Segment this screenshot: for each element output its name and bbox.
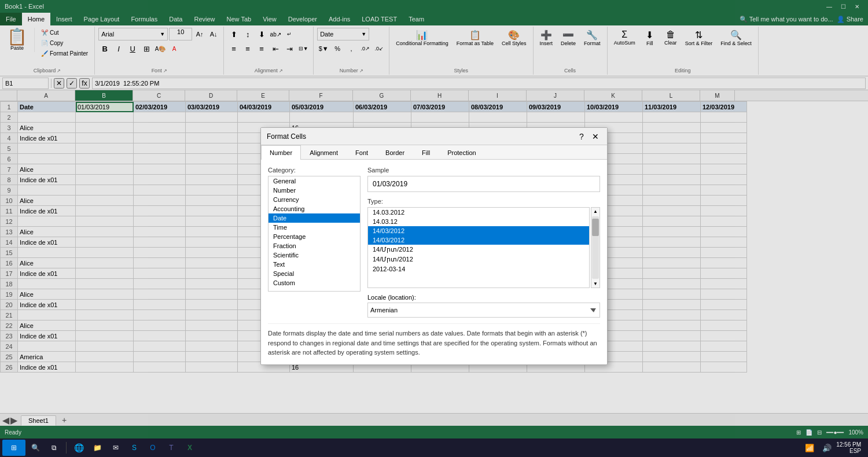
scrollbar-track [592, 216, 599, 279]
tab-protection[interactable]: Protection [439, 145, 485, 160]
format-cells-dialog: Format Cells ? ✕ Number Alignment Font B… [260, 127, 608, 365]
outlook-button[interactable]: O [144, 440, 161, 456]
skype-button[interactable]: S [126, 440, 143, 456]
category-label: Category: [268, 167, 361, 174]
tab-border[interactable]: Border [377, 145, 413, 160]
modal-overlay: Format Cells ? ✕ Number Alignment Font B… [0, 0, 868, 438]
format-cells-body: Category: GeneralNumberCurrencyAccountin… [261, 160, 607, 364]
start-button[interactable]: ⊞ [2, 440, 25, 456]
tab-alignment[interactable]: Alignment [301, 145, 347, 160]
excel-taskbar-button[interactable]: X [181, 440, 198, 456]
locale-label: Locale (location): [367, 294, 600, 301]
category-item[interactable]: Accounting [269, 204, 360, 213]
scrollbar-thumb[interactable] [592, 219, 599, 236]
sample-box: 01/03/2019 [367, 176, 600, 192]
category-item[interactable]: Time [269, 223, 360, 232]
description-box: Date formats display the date and time s… [268, 323, 600, 358]
wifi-icon: 📶 [801, 440, 818, 456]
scrollbar-down-button[interactable]: ▼ [593, 280, 598, 288]
locale-select[interactable]: Armenian [367, 303, 600, 318]
format-cells-titlebar: Format Cells ? ✕ [261, 128, 607, 145]
taskbar-system-icons: 📶 🔊 12:56 PM ESP [801, 440, 866, 456]
format-cells-main-row: Category: GeneralNumberCurrencyAccountin… [268, 167, 600, 318]
search-button[interactable]: 🔍 [27, 440, 44, 456]
sample-label: Sample [367, 167, 600, 174]
format-cells-tabs: Number Alignment Font Border Fill Protec… [261, 145, 607, 160]
locale-row: Locale (location): Armenian ▼ [367, 294, 600, 318]
type-item[interactable]: 14/Մրտ/2012 [368, 245, 589, 255]
tab-fill[interactable]: Fill [413, 145, 439, 160]
category-item[interactable]: Special [269, 269, 360, 278]
type-item[interactable]: 14/Մրտ/2012 [368, 255, 589, 264]
type-list-wrapper: 14.03.201214.03.1214/03/201214/03/201214… [367, 207, 600, 288]
edge-button[interactable]: 🌐 [70, 440, 87, 456]
category-item[interactable]: Currency [269, 195, 360, 204]
category-item[interactable]: Fraction [269, 241, 360, 250]
type-label: Type: [367, 198, 600, 205]
locale-select-wrapper: Armenian ▼ [367, 303, 600, 318]
type-scrollbar: ▲ ▼ [591, 207, 600, 288]
type-col: Sample 01/03/2019 Type: 14.03.201214.03.… [367, 167, 600, 318]
category-item[interactable]: Date [269, 213, 360, 223]
type-item[interactable]: 14.03.12 [368, 217, 589, 226]
task-view-button[interactable]: ⧉ [45, 440, 62, 456]
mail-button[interactable]: ✉ [107, 440, 124, 456]
category-list[interactable]: GeneralNumberCurrencyAccountingDateTimeP… [268, 176, 361, 292]
format-cells-help-button[interactable]: ? [576, 131, 587, 142]
teams-button[interactable]: T [163, 440, 180, 456]
category-item[interactable]: Scientific [269, 250, 360, 260]
sample-value: 01/03/2019 [373, 180, 407, 188]
tab-font[interactable]: Font [347, 145, 377, 160]
volume-icon: 🔊 [819, 440, 835, 456]
category-col: Category: GeneralNumberCurrencyAccountin… [268, 167, 361, 318]
category-item[interactable]: Percentage [269, 232, 360, 241]
tab-number[interactable]: Number [261, 145, 301, 160]
scrollbar-up-button[interactable]: ▲ [593, 208, 598, 215]
category-item[interactable]: Text [269, 260, 360, 269]
category-item[interactable]: General [269, 176, 360, 186]
description-text: Date formats display the date and time s… [268, 330, 597, 356]
category-item[interactable]: Number [269, 186, 360, 195]
type-item[interactable]: 2012-03-14 [368, 264, 589, 274]
format-cells-controls: ? ✕ [576, 131, 601, 142]
file-explorer-button[interactable]: 📁 [89, 440, 106, 456]
format-cells-close-button[interactable]: ✕ [590, 131, 601, 142]
type-item[interactable]: 14/03/2012 [368, 226, 589, 235]
type-item[interactable]: 14/03/2012 [368, 235, 589, 245]
type-item[interactable]: 14.03.2012 [368, 208, 589, 217]
taskbar-time: 12:56 PM ESP [836, 441, 866, 454]
taskbar: ⊞ 🔍 ⧉ 🌐 📁 ✉ S O T X 📶 🔊 12:56 PM ESP [0, 438, 868, 457]
format-cells-title: Format Cells [267, 132, 306, 141]
type-list[interactable]: 14.03.201214.03.1214/03/201214/03/201214… [367, 207, 590, 288]
category-item[interactable]: Custom [269, 278, 360, 288]
